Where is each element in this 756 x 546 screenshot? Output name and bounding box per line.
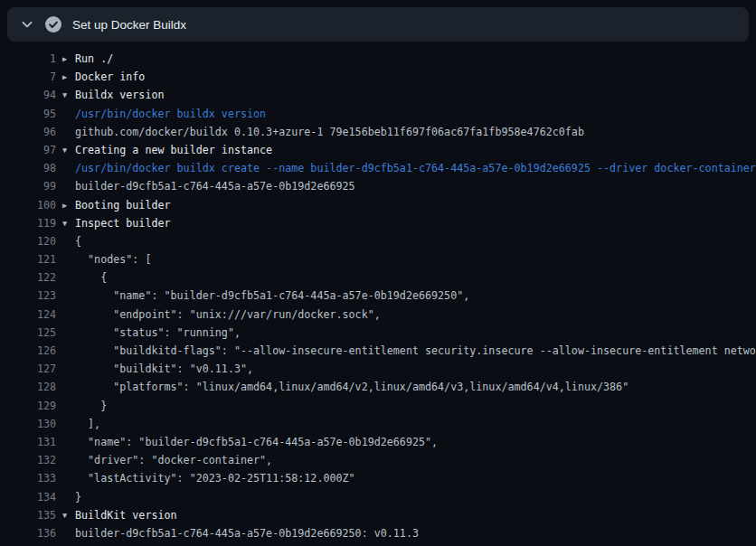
- log-line[interactable]: 94▼Buildx version: [0, 86, 756, 104]
- marker-spacer: [62, 250, 74, 268]
- log-line: 122 {: [0, 268, 756, 287]
- log-line: 99builder-d9cfb5a1-c764-445a-a57e-0b19d2…: [0, 177, 756, 195]
- output-text: {: [75, 232, 81, 250]
- line-number[interactable]: 132: [0, 451, 56, 469]
- line-number[interactable]: 98: [0, 159, 56, 177]
- line-number[interactable]: 135: [0, 506, 56, 524]
- log-line: 131 "name": "builder-d9cfb5a1-c764-445a-…: [0, 433, 756, 451]
- step-title: Set up Docker Buildx: [72, 18, 186, 32]
- log-line: 127 "buildkit": "v0.11.3",: [0, 360, 756, 378]
- line-number[interactable]: 94: [0, 86, 56, 104]
- log-line[interactable]: 97▼Creating a new builder instance: [0, 141, 756, 159]
- log-line: 125 "status": "running",: [0, 324, 756, 342]
- line-number[interactable]: 130: [0, 415, 56, 433]
- log-lines: 1▶Run ./7▶Docker info94▼Buildx version95…: [0, 42, 756, 542]
- log-line: 121 "nodes": [: [0, 250, 756, 268]
- marker-spacer: [62, 433, 74, 451]
- group-label: Creating a new builder instance: [75, 141, 272, 159]
- output-text: builder-d9cfb5a1-c764-445a-a57e-0b19d2e6…: [75, 177, 355, 195]
- line-number[interactable]: 136: [0, 524, 56, 542]
- line-number[interactable]: 129: [0, 397, 56, 415]
- marker-spacer: [62, 324, 74, 342]
- command-text: /usr/bin/docker buildx create --name bui…: [75, 159, 756, 177]
- triangle-down-icon[interactable]: ▼: [62, 214, 74, 232]
- output-text: "endpoint": "unix:///var/run/docker.sock…: [75, 306, 381, 324]
- output-text: "lastActivity": "2023-02-25T11:58:12.000…: [75, 469, 355, 487]
- marker-spacer: [62, 177, 74, 195]
- output-text: {: [75, 268, 107, 287]
- line-number[interactable]: 134: [0, 488, 56, 506]
- line-number[interactable]: 124: [0, 306, 56, 324]
- triangle-down-icon[interactable]: ▼: [62, 506, 74, 524]
- line-number[interactable]: 123: [0, 287, 56, 305]
- chevron-down-icon[interactable]: [20, 17, 34, 32]
- marker-spacer: [62, 469, 74, 487]
- step-header[interactable]: Set up Docker Buildx: [7, 7, 749, 42]
- marker-spacer: [62, 306, 74, 324]
- marker-spacer: [62, 378, 74, 396]
- log-line[interactable]: 135▼BuildKit version: [0, 506, 756, 524]
- marker-spacer: [62, 488, 74, 506]
- group-label: Run ./: [75, 50, 113, 68]
- group-label: Buildx version: [75, 86, 165, 104]
- marker-spacer: [62, 342, 74, 360]
- line-number[interactable]: 125: [0, 324, 56, 342]
- line-number[interactable]: 99: [0, 177, 56, 195]
- log-line: 123 "name": "builder-d9cfb5a1-c764-445a-…: [0, 287, 756, 305]
- log-line: 133 "lastActivity": "2023-02-25T11:58:12…: [0, 469, 756, 487]
- log-line: 98/usr/bin/docker buildx create --name b…: [0, 159, 756, 177]
- marker-spacer: [62, 159, 74, 177]
- line-number[interactable]: 97: [0, 141, 56, 159]
- line-number[interactable]: 1: [0, 50, 56, 68]
- line-number[interactable]: 127: [0, 360, 56, 378]
- log-line[interactable]: 119▼Inspect builder: [0, 214, 756, 232]
- marker-spacer: [62, 232, 74, 250]
- log-line[interactable]: 1▶Run ./: [0, 50, 756, 68]
- marker-spacer: [62, 397, 74, 415]
- triangle-right-icon[interactable]: ▶: [62, 50, 74, 68]
- log-line: 129 }: [0, 397, 756, 415]
- line-number[interactable]: 7: [0, 68, 56, 86]
- line-number[interactable]: 119: [0, 214, 56, 232]
- marker-spacer: [62, 524, 74, 542]
- line-number[interactable]: 122: [0, 268, 56, 287]
- output-text: "name": "builder-d9cfb5a1-c764-445a-a57e…: [75, 433, 438, 451]
- output-text: "driver": "docker-container",: [75, 451, 272, 469]
- output-text: "status": "running",: [75, 324, 241, 342]
- log-line: 134}: [0, 488, 756, 506]
- output-text: ],: [75, 415, 100, 433]
- line-number[interactable]: 128: [0, 378, 56, 396]
- log-line: 130 ],: [0, 415, 756, 433]
- group-label: Docker info: [75, 68, 145, 86]
- marker-spacer: [62, 287, 74, 305]
- marker-spacer: [62, 451, 74, 469]
- line-number[interactable]: 96: [0, 123, 56, 141]
- log-line: 124 "endpoint": "unix:///var/run/docker.…: [0, 306, 756, 324]
- group-label: Inspect builder: [75, 214, 171, 232]
- check-circle-icon: [45, 16, 61, 33]
- output-text: github.com/docker/buildx 0.10.3+azure-1 …: [75, 123, 584, 141]
- line-number[interactable]: 100: [0, 196, 56, 214]
- log-line: 128 "platforms": "linux/amd64,linux/amd6…: [0, 378, 756, 396]
- log-line: 126 "buildkitd-flags": "--allow-insecure…: [0, 342, 756, 360]
- log-line[interactable]: 100▶Booting builder: [0, 196, 756, 214]
- triangle-right-icon[interactable]: ▶: [62, 68, 74, 86]
- output-text: "buildkitd-flags": "--allow-insecure-ent…: [75, 342, 756, 360]
- line-number[interactable]: 120: [0, 232, 56, 250]
- log-line: 96github.com/docker/buildx 0.10.3+azure-…: [0, 123, 756, 141]
- marker-spacer: [62, 360, 74, 378]
- log-line: 95/usr/bin/docker buildx version: [0, 105, 756, 123]
- line-number[interactable]: 133: [0, 469, 56, 487]
- log-line: 132 "driver": "docker-container",: [0, 451, 756, 469]
- triangle-down-icon[interactable]: ▼: [62, 141, 74, 159]
- line-number[interactable]: 126: [0, 342, 56, 360]
- line-number[interactable]: 95: [0, 105, 56, 123]
- log-line[interactable]: 7▶Docker info: [0, 68, 756, 86]
- marker-spacer: [62, 415, 74, 433]
- log-line: 136builder-d9cfb5a1-c764-445a-a57e-0b19d…: [0, 524, 756, 542]
- triangle-down-icon[interactable]: ▼: [62, 86, 74, 104]
- output-text: builder-d9cfb5a1-c764-445a-a57e-0b19d2e6…: [75, 524, 419, 542]
- line-number[interactable]: 131: [0, 433, 56, 451]
- triangle-right-icon[interactable]: ▶: [62, 196, 74, 214]
- line-number[interactable]: 121: [0, 250, 56, 268]
